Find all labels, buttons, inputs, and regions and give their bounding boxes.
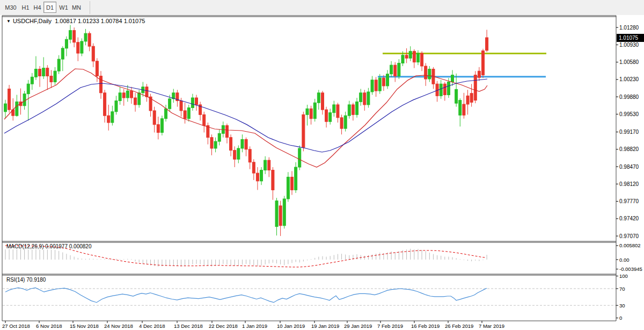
candle-body: [191, 98, 194, 107]
candle-body: [268, 160, 270, 170]
candle-body: [77, 42, 79, 53]
rsi-axis-label: 0: [619, 315, 622, 321]
candle-body: [130, 91, 133, 98]
ohlc-close: 1.01075: [124, 18, 145, 24]
date-label: 7 Feb 2019: [377, 323, 403, 329]
candle-body: [474, 75, 477, 101]
candle-body: [233, 150, 236, 160]
price-axis-label: 0.99170: [619, 129, 639, 135]
candle-body: [459, 101, 462, 116]
date-label: 26 Feb 2019: [445, 323, 473, 329]
tab-h4[interactable]: H4: [32, 2, 43, 13]
date-label: 1 Jan 2019: [242, 323, 267, 329]
candle-body: [356, 102, 358, 114]
candle-body: [390, 65, 393, 74]
date-label: 29 Jan 2019: [344, 323, 372, 329]
candle-body: [195, 98, 198, 105]
candle-body: [329, 113, 332, 122]
price-axis-label: 0.98470: [619, 164, 639, 170]
candle-body: [122, 93, 125, 98]
candle-body: [295, 167, 297, 190]
candle-body: [80, 41, 83, 53]
candle-body: [169, 99, 171, 109]
candle-body: [398, 63, 400, 76]
candle-body: [375, 80, 377, 91]
candle-body: [440, 84, 442, 96]
candle-body: [119, 93, 121, 101]
candle-body: [180, 101, 182, 111]
candle-body: [275, 201, 278, 227]
candle-body: [325, 110, 328, 121]
candle-body: [272, 170, 274, 190]
date-label: 22 Dec 2018: [209, 323, 238, 329]
candle-body: [264, 160, 267, 170]
candle-body: [386, 74, 389, 86]
candle-body: [230, 138, 232, 150]
candle-body: [145, 87, 148, 97]
candle-body: [313, 103, 316, 118]
price-axis-label: 0.98120: [619, 181, 639, 187]
candle-body: [466, 96, 469, 104]
chart-canvas[interactable]: 1.012801.009301.005801.002300.998800.995…: [0, 15, 644, 330]
candle-body: [23, 94, 26, 106]
tab-h1[interactable]: H1: [20, 2, 31, 13]
candle-body: [470, 94, 473, 103]
current-price-badge: 1.01075: [617, 34, 644, 42]
candle-body: [225, 126, 228, 138]
price-axis-label: 1.00230: [619, 76, 639, 82]
tab-m30[interactable]: M30: [3, 2, 18, 13]
candle-body: [61, 48, 64, 59]
candle-body: [447, 82, 450, 95]
candle-body: [367, 92, 370, 105]
candle-body: [478, 71, 480, 77]
tab-d1[interactable]: D1: [43, 2, 56, 13]
candle-body: [245, 139, 247, 149]
tab-w1[interactable]: W1: [58, 2, 69, 13]
candle-body: [482, 51, 485, 75]
candle-body: [31, 77, 33, 84]
candle-body: [104, 93, 106, 116]
candle-body: [252, 162, 255, 173]
ohlc-high: 1.01233: [78, 18, 99, 24]
candle-body: [405, 55, 408, 59]
candle-body: [111, 112, 114, 123]
candle-body: [298, 148, 301, 167]
price-axis-label: 0.97070: [619, 233, 639, 239]
macd-axis-label: 0.005802: [619, 242, 641, 248]
candle-body: [73, 31, 76, 42]
candle-body: [394, 65, 397, 76]
candle-body: [69, 31, 72, 40]
tab-mn[interactable]: MN: [70, 2, 83, 13]
date-label: 4 Dec 2018: [139, 323, 165, 329]
candle-body: [8, 89, 11, 110]
candle-body: [451, 75, 454, 82]
candle-body: [283, 199, 286, 226]
price-axis-label: 1.00930: [619, 42, 639, 48]
candle-body: [54, 71, 56, 82]
rsi-axis-label: 70: [619, 286, 625, 292]
candle-body: [378, 78, 381, 91]
macd-indicator-label: MACD(12,26,9) 0.001977 0.000820: [6, 243, 91, 249]
candle-body: [317, 93, 320, 103]
date-label: 10 Jan 2019: [277, 323, 305, 329]
candle-body: [138, 93, 141, 105]
date-label: 7 Mar 2019: [479, 323, 504, 329]
candle-body: [50, 76, 53, 82]
candle-body: [344, 116, 347, 128]
candle-body: [401, 55, 404, 63]
candle-body: [65, 39, 68, 48]
candles: [4, 25, 488, 236]
candle-body: [287, 177, 289, 199]
rsi-axis-label: 100: [619, 273, 628, 279]
date-label: 24 Nov 2018: [104, 323, 133, 329]
candle-body: [92, 46, 94, 61]
symbol-dropdown-icon[interactable]: ▼: [6, 19, 11, 24]
price-axis-label: 0.98820: [619, 146, 639, 152]
candle-body: [463, 104, 465, 115]
candle-body: [42, 68, 45, 76]
candle-body: [46, 68, 49, 76]
toolbar-separator: [90, 1, 90, 14]
date-label: 27 Oct 2018: [2, 323, 30, 329]
candle-body: [443, 84, 446, 95]
macd-axis-label: 0.00: [619, 257, 630, 263]
